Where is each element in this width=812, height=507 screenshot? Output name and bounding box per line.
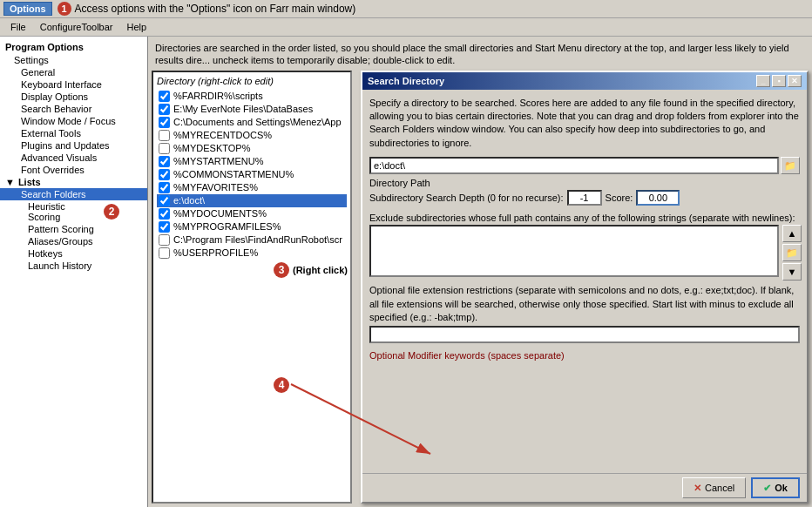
sidebar-general[interactable]: General — [0, 66, 147, 78]
dir-path-7: %MYFAVORITES% — [173, 182, 258, 193]
sidebar-hotkeys[interactable]: Hotkeys — [0, 247, 147, 260]
ok-icon: ✔ — [763, 483, 771, 494]
content-area: Directories are searched in the order li… — [148, 37, 812, 507]
dialog-maximize-btn[interactable]: ▪ — [772, 75, 786, 87]
step2-badge: 2 — [104, 204, 119, 220]
sidebar-search-behavior[interactable]: Search Behavior — [0, 103, 147, 115]
dir-checkbox-12[interactable] — [159, 247, 170, 259]
dir-item-8[interactable]: e:\doct\ — [157, 194, 347, 207]
dialog-dir-row: 📁 — [369, 157, 800, 174]
dir-item-6[interactable]: %COMMONSTARTMENU% — [157, 168, 347, 181]
dir-path-2: C:\Documents and Settings\Menez\App — [173, 117, 342, 127]
dir-path-3: %MYRECENTDOCS% — [173, 130, 272, 140]
dir-checkbox-7[interactable] — [159, 182, 170, 193]
dialog-body: Specify a directory to be searched. Scor… — [362, 90, 807, 473]
dir-checkbox-9[interactable] — [159, 208, 170, 220]
dir-path-11: C:\Program Files\FindAndRunRobot\scr — [173, 234, 342, 245]
dialog-dir-input[interactable] — [369, 157, 779, 174]
directory-panel: Directory (right-click to edit) %FARRDIR… — [152, 71, 352, 504]
dir-path-0: %FARRDIR%\scripts — [173, 91, 263, 101]
sidebar: Program Options Settings General Keyboar… — [0, 37, 148, 507]
dir-item-4[interactable]: %MYDESKTOP% — [157, 142, 347, 155]
exclude-textarea-wrap — [369, 225, 779, 277]
sidebar-keyboard-interface[interactable]: Keyboard Interface — [0, 78, 147, 91]
dir-item-12[interactable]: %USERPROFILE% — [157, 247, 347, 260]
menu-configure-toolbar[interactable]: ConfigureToolbar — [33, 20, 120, 34]
step1-badge: 1 — [58, 2, 71, 16]
directory-panel-header: Directory (right-click to edit) — [157, 76, 347, 86]
step3-annotation: 3 (Right click) — [274, 262, 348, 278]
step3-label: (Right click) — [293, 265, 348, 275]
sidebar-aliases-groups[interactable]: Aliases/Groups — [0, 235, 147, 247]
cancel-label: Cancel — [705, 483, 734, 493]
heuristic-scoring-label: Heuristic Scoring — [28, 201, 100, 222]
sidebar-search-folders[interactable]: Search Folders — [0, 188, 147, 200]
dialog-close-btn[interactable]: ✕ — [788, 75, 802, 87]
dir-item-7[interactable]: %MYFAVORITES% — [157, 181, 347, 194]
dialog-title-buttons: _ ▪ ✕ — [756, 75, 802, 87]
dir-checkbox-8[interactable] — [159, 195, 170, 206]
step4-badge: 4 — [274, 377, 289, 393]
dir-checkbox-6[interactable] — [159, 169, 170, 180]
title-bar: Options 1 Access options with the "Optio… — [0, 0, 812, 18]
ext-input[interactable] — [369, 326, 800, 343]
search-directory-dialog: Search Directory _ ▪ ✕ Specify a directo… — [361, 71, 809, 504]
content-description: Directories are searched in the order li… — [152, 40, 809, 69]
exclude-row: ▲ 📁 ▼ — [369, 225, 800, 281]
menu-bar: File ConfigureToolbar Help — [0, 18, 812, 37]
dir-checkbox-1[interactable] — [159, 104, 170, 115]
dialog-description: Specify a directory to be searched. Scor… — [369, 97, 800, 151]
dialog-dir-path-label: Directory Path — [369, 178, 800, 188]
dir-path-8: e:\doct\ — [173, 195, 205, 206]
dialog-minimize-btn[interactable]: _ — [756, 75, 770, 87]
menu-help[interactable]: Help — [120, 20, 154, 34]
dialog-title: Search Directory — [368, 76, 444, 86]
sidebar-advanced-visuals[interactable]: Advanced Visuals — [0, 152, 147, 164]
cancel-button[interactable]: ✕ Cancel — [682, 477, 746, 498]
dir-checkbox-11[interactable] — [159, 234, 170, 246]
dialog-subdir-row: Subdirectory Search Depth (0 for no recu… — [369, 190, 800, 206]
exclude-up-btn[interactable]: ▲ — [782, 225, 802, 242]
dir-path-10: %MYPROGRAMFILES% — [173, 221, 281, 232]
step4-arrow — [274, 384, 361, 436]
exclude-textarea[interactable] — [369, 225, 779, 277]
main-layout: Program Options Settings General Keyboar… — [0, 37, 812, 507]
dir-checkbox-0[interactable] — [159, 91, 170, 102]
dir-item-0[interactable]: %FARRDIR%\scripts — [157, 90, 347, 103]
exclude-down-btn[interactable]: ▼ — [782, 263, 802, 281]
sidebar-heuristic-scoring[interactable]: Heuristic Scoring 2 — [0, 200, 147, 223]
sidebar-font-overrides[interactable]: Font Overrides — [0, 164, 147, 176]
sidebar-pattern-scoring[interactable]: Pattern Scoring — [0, 223, 147, 235]
sidebar-external-tools[interactable]: External Tools — [0, 127, 147, 139]
sidebar-display-options[interactable]: Display Options — [0, 91, 147, 103]
cancel-icon: ✕ — [694, 483, 701, 494]
score-label: Score: — [606, 193, 633, 203]
dir-path-5: %MYSTARTMENU% — [173, 156, 264, 166]
dir-item-2[interactable]: C:\Documents and Settings\Menez\App — [157, 116, 347, 129]
dir-checkbox-4[interactable] — [159, 143, 170, 154]
dialog-browse-btn[interactable]: 📁 — [781, 157, 800, 174]
sidebar-window-mode[interactable]: Window Mode / Focus — [0, 115, 147, 127]
ok-button[interactable]: ✔ Ok — [751, 477, 800, 498]
exclude-side-buttons: ▲ 📁 ▼ — [781, 225, 800, 281]
dir-checkbox-10[interactable] — [159, 221, 170, 233]
dir-item-10[interactable]: %MYPROGRAMFILES% — [157, 220, 347, 233]
dir-item-5[interactable]: %MYSTARTMENU% — [157, 155, 347, 168]
dir-checkbox-5[interactable] — [159, 156, 170, 167]
dir-checkbox-3[interactable] — [159, 130, 170, 141]
window-title: Access options with the "Options" icon o… — [75, 3, 356, 15]
dir-item-1[interactable]: E:\My EverNote Files\DataBases — [157, 103, 347, 116]
dir-item-11[interactable]: C:\Program Files\FindAndRunRobot\scr — [157, 233, 347, 247]
score-input[interactable] — [636, 190, 680, 206]
sidebar-settings[interactable]: Settings — [0, 54, 147, 66]
dir-item-9[interactable]: %MYDOCUMENTS% — [157, 207, 347, 220]
subdirectory-depth-input[interactable] — [567, 190, 602, 206]
sidebar-plugins-updates[interactable]: Plugins and Updates — [0, 139, 147, 152]
dir-checkbox-2[interactable] — [159, 117, 170, 128]
exclude-browse-btn[interactable]: 📁 — [782, 244, 802, 261]
dialog-footer: ✕ Cancel ✔ Ok — [362, 473, 807, 502]
sidebar-launch-history[interactable]: Launch History — [0, 260, 147, 272]
options-icon: Options — [3, 2, 52, 16]
menu-file[interactable]: File — [3, 20, 33, 34]
dir-item-3[interactable]: %MYRECENTDOCS% — [157, 129, 347, 142]
